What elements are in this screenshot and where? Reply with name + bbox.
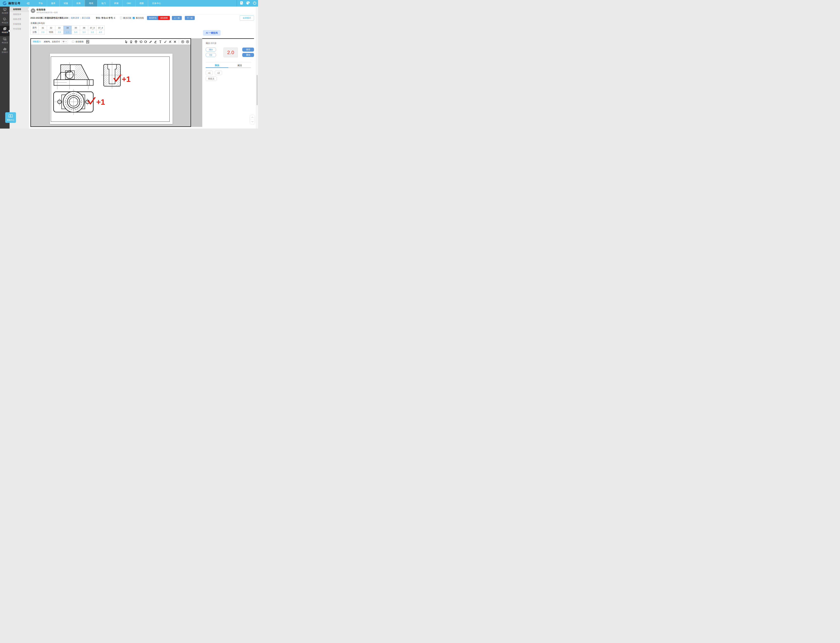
ai-grade-button[interactable]: AI 一键批阅 (203, 30, 221, 36)
question-cell-37-4[interactable]: 37_4 (96, 26, 105, 30)
question-cell-31[interactable]: 31 (39, 26, 47, 30)
submenu-item-regrade[interactable]: 阅卷复评 (10, 12, 29, 17)
nav-tab-question-bank[interactable]: 题库 (47, 0, 59, 7)
nav-tab-obe[interactable]: OBE (122, 0, 135, 7)
nav-tab-archive[interactable]: 档案 (135, 0, 148, 7)
prev-paper-button[interactable]: 上一份 (172, 16, 182, 20)
show-pending-checkbox[interactable] (133, 17, 135, 19)
scroll-up-button[interactable] (250, 115, 254, 120)
open-book-icon (8, 114, 13, 118)
nav-tab-questions[interactable]: 试题 (59, 0, 72, 7)
help-doc-icon[interactable]: ? (240, 1, 243, 5)
show-question-link[interactable]: 显示试题 (82, 16, 90, 20)
monitor-gear-icon (3, 38, 7, 41)
sidebar-item-exam-management[interactable]: 考试管理 (0, 7, 10, 16)
sidebar-item-exam-settings[interactable]: 考试设置 (0, 36, 10, 46)
nav-tab-papers[interactable]: 试卷 (72, 0, 85, 7)
text-icon[interactable] (159, 40, 162, 43)
page-scrollbar[interactable] (256, 7, 258, 129)
score-cell-37-3[interactable]: 1.0 (88, 30, 96, 34)
pencil-icon[interactable] (149, 40, 152, 43)
topbar-actions: ? (237, 0, 256, 7)
next-circle-icon[interactable] (186, 40, 189, 43)
show-reviewed-checkbox[interactable] (120, 17, 122, 19)
undo-icon[interactable] (139, 40, 142, 43)
sidebar-item-label: 考卷管理 (2, 31, 8, 34)
power-icon[interactable] (253, 1, 256, 5)
papers-icon (3, 27, 7, 31)
check-icon[interactable] (164, 40, 167, 43)
help-center-button[interactable]: 帮助中心 (5, 112, 16, 123)
grading-progress-link[interactable]: 阅卷进度 (71, 16, 79, 20)
question-cell-35[interactable]: 35 (72, 26, 80, 30)
sidebar-item-query-statistics[interactable]: 查询统计 (0, 46, 10, 55)
scrollbar-thumb[interactable] (257, 75, 258, 105)
zero-score-button[interactable]: 0分 (206, 53, 216, 57)
clear-search-button[interactable]: 清除搜索 (158, 16, 170, 20)
regrade-button[interactable]: 重阅 (242, 53, 254, 57)
score-cell-32[interactable]: 待阅 (47, 30, 55, 34)
question-cell-34[interactable]: 34 (63, 26, 72, 30)
adjust-image-link[interactable]: 调整图片 (33, 40, 41, 43)
tab-subtraction[interactable]: 减法 (228, 64, 251, 67)
score-cell-37-4[interactable]: 4.0 (96, 30, 105, 34)
cross-icon[interactable] (173, 40, 177, 43)
brand[interactable]: 融智云考 (0, 1, 28, 5)
pin-icon[interactable] (134, 40, 138, 43)
palette-icon[interactable] (246, 1, 250, 5)
mark-size-label: 对错号、文本尺寸 (44, 40, 60, 43)
pen-icon[interactable] (154, 40, 157, 43)
back-arrow-icon (32, 10, 34, 12)
prev-circle-icon[interactable] (181, 40, 184, 43)
full-score-button[interactable]: 满分 (206, 47, 216, 52)
mark-size-select[interactable]: 中 (62, 40, 68, 44)
medal-icon[interactable] (130, 40, 133, 43)
annotation-score-1: +1 (122, 75, 130, 83)
auto-trace-checkbox[interactable] (72, 41, 74, 43)
score-cell-36[interactable]: 3.0 (80, 30, 88, 34)
custom-score-button[interactable]: 自定义 (206, 77, 217, 81)
submenu-item-student-papers[interactable]: 学生答卷 (10, 26, 29, 31)
page-subtitle: 对学生的试卷进行统一批阅 (36, 11, 58, 14)
nav-tab-exam[interactable]: 考试 (85, 0, 97, 7)
left-sidebar: 考试管理 考试监控 考卷管理 考试设置 (0, 7, 10, 129)
score-cell-34[interactable]: 2.0 (63, 30, 72, 34)
question-cell-32[interactable]: 32 (47, 26, 55, 30)
question-score-table: 题号 31 32 33 34 35 36 37_3 37_4 分数 2.0 待阅… (30, 26, 105, 34)
technical-drawing: +1 (50, 54, 173, 124)
nav-tab-evaluation[interactable]: 评测 (110, 0, 122, 7)
score-cell-35[interactable]: 5.0 (72, 30, 80, 34)
nav-tab-platform[interactable]: 平台 (34, 0, 47, 7)
submenu-label: 阅卷复评 (13, 13, 21, 16)
find-student-button[interactable]: 查找学生 (147, 16, 159, 20)
save-button[interactable]: 保存 (242, 47, 254, 52)
question-cell-37-3[interactable]: 37_3 (88, 26, 96, 30)
sidebar-item-exam-monitoring[interactable]: 考试监控 (0, 16, 10, 26)
question-cell-36[interactable]: 36 (80, 26, 88, 30)
cursor-icon[interactable] (125, 40, 128, 43)
add-one-button[interactable]: +1 (206, 71, 213, 75)
nav-label: 题库 (51, 2, 55, 5)
toolbar-divider (179, 40, 179, 43)
submenu-item-collect-grade[interactable]: 收卷阅卷 (10, 7, 29, 12)
scroll-down-button[interactable] (250, 120, 254, 124)
nav-tab-task-center[interactable]: 任务中心 (148, 0, 165, 7)
add-two-button[interactable]: +2 (215, 71, 222, 75)
question-cell-33[interactable]: 33 (55, 26, 63, 30)
tab-addition[interactable]: 加法 (206, 64, 228, 67)
row-header-question-no: 题号 (31, 26, 39, 30)
question-number-row: 题号 31 32 33 34 35 36 37_3 37_4 (31, 26, 105, 30)
back-button[interactable] (31, 8, 35, 13)
fullscreen-mode-button[interactable]: 全屏模式 (240, 15, 254, 21)
nav-tab-practice[interactable]: 练习 (97, 0, 110, 7)
half-check-icon[interactable] (169, 40, 172, 43)
submenu-item-scan-papers[interactable]: 扫描答卷 (10, 22, 29, 26)
magnifier-doc-icon[interactable] (86, 40, 90, 43)
next-paper-button[interactable]: 下一份 (185, 16, 195, 20)
answer-image-viewer[interactable]: +1 (31, 44, 190, 126)
submenu-item-grading-progress[interactable]: 阅卷进度 (10, 17, 29, 22)
score-cell-33[interactable]: 2.0 (55, 30, 63, 34)
redo-icon[interactable] (144, 40, 147, 43)
score-cell-31[interactable]: 2.0 (39, 30, 47, 34)
menu-fold-icon[interactable] (27, 2, 30, 5)
